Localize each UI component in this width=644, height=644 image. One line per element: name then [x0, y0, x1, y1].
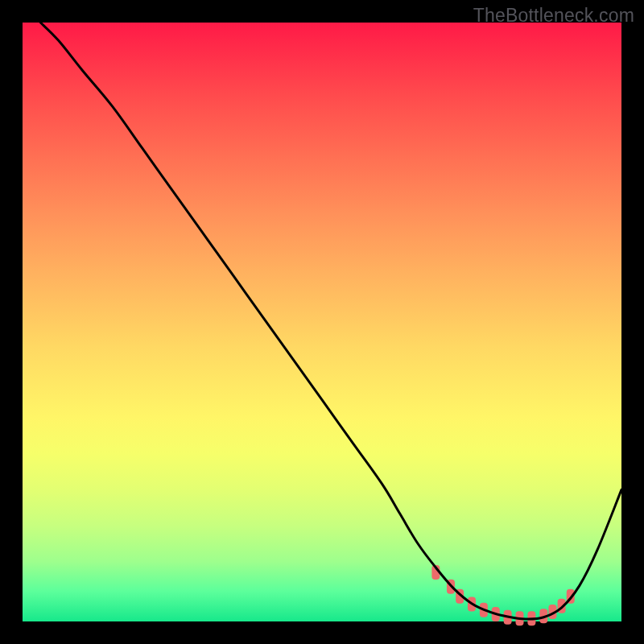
watermark-text: TheBottleneck.com: [473, 5, 634, 27]
plot-area: [23, 23, 621, 621]
bottleneck-curve: [40, 23, 621, 619]
chart-svg: [23, 23, 621, 621]
chart-frame: TheBottleneck.com: [0, 0, 644, 644]
